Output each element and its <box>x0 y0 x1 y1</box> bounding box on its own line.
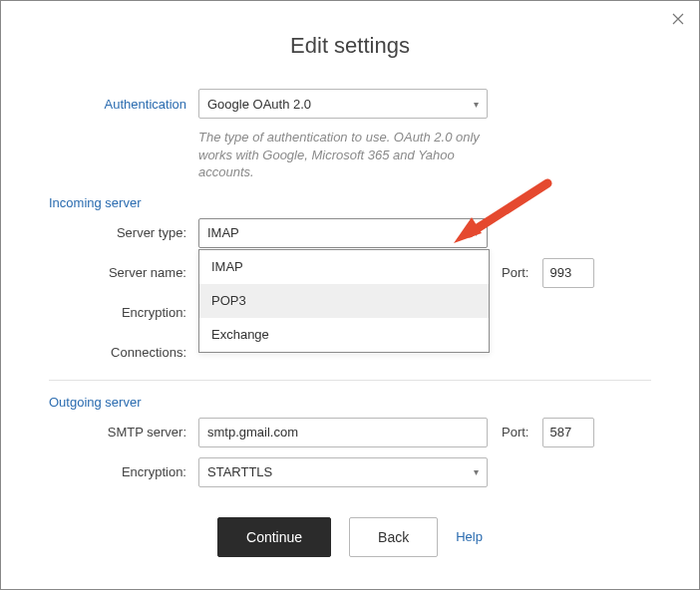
continue-button[interactable]: Continue <box>217 517 331 557</box>
smtp-server-input[interactable] <box>198 418 488 447</box>
row-server-type: Server type: IMAP ▾ IMAP POP3 Exch <box>49 218 651 248</box>
outgoing-encryption-value: STARTTLS <box>207 464 272 479</box>
continue-button-label: Continue <box>246 529 302 545</box>
button-row: Continue Back Help <box>1 517 699 557</box>
divider <box>49 380 651 381</box>
help-link[interactable]: Help <box>456 529 483 544</box>
row-authentication-hint: The type of authentication to use. OAuth… <box>49 129 651 181</box>
close-icon <box>672 13 684 28</box>
row-outgoing-encryption: Encryption: STARTTLS ▾ <box>49 457 651 487</box>
row-smtp-server: SMTP server: Port: <box>49 418 651 447</box>
dropdown-option-label: IMAP <box>211 259 243 274</box>
dialog-title: Edit settings <box>1 33 699 59</box>
form-area: Authentication Google OAuth 2.0 ▾ The ty… <box>1 89 699 368</box>
dropdown-option-label: Exchange <box>211 327 269 342</box>
connections-label: Connections: <box>49 345 198 360</box>
close-button[interactable] <box>667 9 689 31</box>
server-name-label: Server name: <box>49 265 198 280</box>
row-authentication: Authentication Google OAuth 2.0 ▾ <box>49 89 651 119</box>
form-area-outgoing: Outgoing server SMTP server: Port: Encry… <box>1 395 699 487</box>
authentication-select[interactable]: Google OAuth 2.0 ▾ <box>198 89 488 119</box>
back-button[interactable]: Back <box>349 517 438 557</box>
server-type-value: IMAP <box>207 225 239 240</box>
server-type-dropdown-list: IMAP POP3 Exchange <box>198 249 490 353</box>
back-button-label: Back <box>378 529 409 545</box>
authentication-hint: The type of authentication to use. OAuth… <box>198 129 488 181</box>
outgoing-encryption-label: Encryption: <box>49 464 198 479</box>
outgoing-port-label: Port: <box>502 425 528 440</box>
incoming-port-label: Port: <box>502 265 528 280</box>
chevron-down-icon: ▾ <box>474 227 479 238</box>
outgoing-encryption-select[interactable]: STARTTLS ▾ <box>198 457 488 487</box>
dialog-window: Edit settings Authentication Google OAut… <box>0 0 700 590</box>
dropdown-option-label: POP3 <box>211 293 246 308</box>
outgoing-server-heading: Outgoing server <box>49 395 651 410</box>
server-type-label: Server type: <box>49 225 198 240</box>
dropdown-option-imap[interactable]: IMAP <box>199 250 489 284</box>
incoming-encryption-label: Encryption: <box>49 305 198 320</box>
authentication-label[interactable]: Authentication <box>49 97 198 112</box>
chevron-down-icon: ▾ <box>474 99 479 110</box>
outgoing-port-input[interactable] <box>542 418 594 447</box>
smtp-server-label: SMTP server: <box>49 425 198 440</box>
dropdown-option-exchange[interactable]: Exchange <box>199 318 489 352</box>
dropdown-option-pop3[interactable]: POP3 <box>199 284 489 318</box>
server-type-select[interactable]: IMAP ▾ IMAP POP3 Exchange <box>198 218 488 248</box>
incoming-server-heading: Incoming server <box>49 195 651 210</box>
authentication-value: Google OAuth 2.0 <box>207 97 311 112</box>
chevron-down-icon: ▾ <box>474 466 479 477</box>
incoming-port-input[interactable] <box>542 258 594 288</box>
